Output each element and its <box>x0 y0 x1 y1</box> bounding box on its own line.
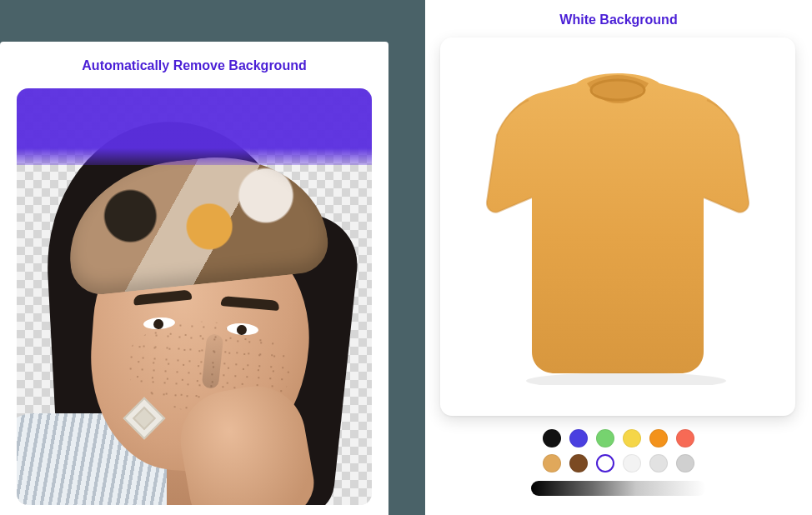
swatch-brown[interactable] <box>569 454 588 472</box>
remove-bg-title: Automatically Remove Background <box>17 58 372 73</box>
swatch-offwhite[interactable] <box>623 454 641 472</box>
brightness-slider[interactable] <box>531 481 706 496</box>
swatch-row-1 <box>543 429 694 448</box>
swatch-lightgray[interactable] <box>649 454 668 472</box>
swatch-tan[interactable] <box>543 454 561 472</box>
remove-bg-panel: Automatically Remove Background <box>0 42 388 515</box>
product-preview-card[interactable] <box>440 38 795 416</box>
swatch-black[interactable] <box>543 429 561 448</box>
swatch-orange[interactable] <box>649 429 668 448</box>
color-swatch-group <box>440 429 797 496</box>
swatch-indigo[interactable] <box>569 429 588 448</box>
swatch-green[interactable] <box>596 429 614 448</box>
processing-overlay <box>17 88 372 165</box>
portrait-preview[interactable] <box>17 88 372 505</box>
swatch-silver[interactable] <box>676 454 694 472</box>
white-bg-title: White Background <box>440 12 797 28</box>
tshirt-icon <box>480 68 755 385</box>
swatch-row-2 <box>543 454 694 472</box>
swatch-coral[interactable] <box>676 429 694 448</box>
white-bg-panel: White Background <box>425 0 812 515</box>
svg-point-1 <box>526 372 726 385</box>
swatch-white-selected[interactable] <box>596 454 614 472</box>
swatch-yellow[interactable] <box>623 429 641 448</box>
